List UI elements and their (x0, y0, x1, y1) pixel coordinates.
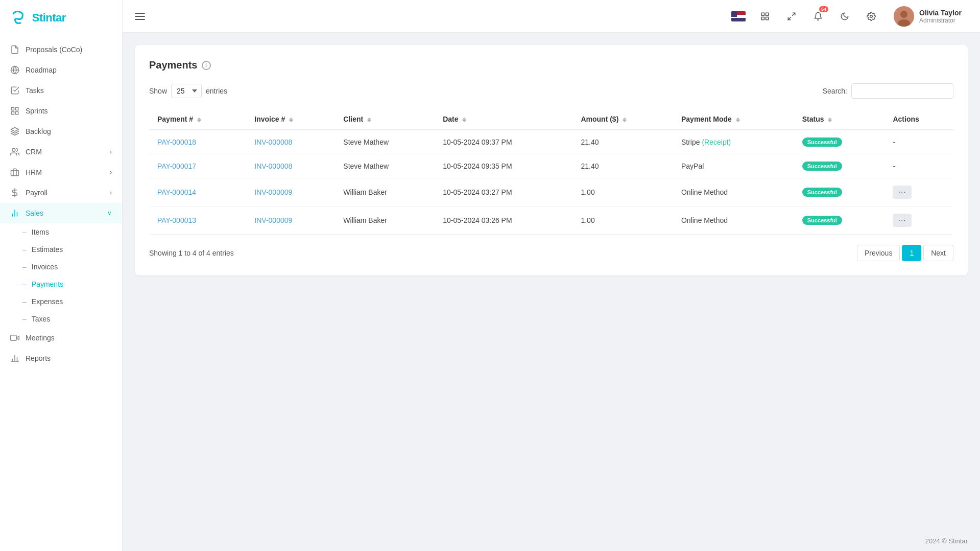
previous-button[interactable]: Previous (857, 245, 900, 261)
avatar (894, 6, 914, 27)
search-label: Search: (823, 87, 847, 95)
svg-line-24 (788, 17, 791, 19)
table-row: PAY-000018INV-000008Steve Mathew10-05-20… (149, 130, 953, 154)
payments-card: Payments i Show 25 10 50 100 entries Sea… (135, 45, 968, 276)
table-controls: Show 25 10 50 100 entries Search: (149, 83, 953, 99)
user-profile[interactable]: Olivia Taylor Administrator (888, 3, 968, 30)
sidebar-item-tasks-label: Tasks (26, 86, 44, 95)
sidebar-item-meetings-label: Meetings (26, 334, 55, 342)
invoice-num-link[interactable]: INV-000008 (254, 162, 292, 170)
sidebar-item-tasks[interactable]: Tasks (0, 80, 122, 101)
dark-mode-button[interactable] (836, 8, 853, 25)
sidebar-item-proposals[interactable]: Proposals (CoCo) (0, 39, 122, 60)
fullscreen-button[interactable] (783, 8, 800, 25)
sidebar-sub-items[interactable]: – Items (0, 223, 122, 241)
invoice-num-link[interactable]: INV-000008 (254, 138, 292, 146)
entries-label: entries (206, 87, 227, 95)
sidebar-item-payroll[interactable]: Payroll › (0, 182, 122, 203)
entries-select[interactable]: 25 10 50 100 (171, 84, 202, 98)
sidebar-item-sales[interactable]: Sales ∨ (0, 203, 122, 223)
cell-actions: ··· (885, 206, 953, 235)
col-amount[interactable]: Amount ($) (572, 109, 673, 130)
sidebar-sub-invoices[interactable]: – Invoices (0, 258, 122, 276)
apps-button[interactable] (757, 8, 773, 25)
payment-num-link[interactable]: PAY-000013 (157, 216, 196, 224)
sidebar-item-backlog-label: Backlog (26, 127, 51, 135)
sidebar-item-backlog[interactable]: Backlog (0, 121, 122, 142)
svg-rect-14 (11, 335, 16, 341)
flag-icon (731, 11, 746, 21)
sidebar-item-sprints[interactable]: Sprints (0, 101, 122, 121)
sidebar-item-reports[interactable]: Reports (0, 348, 122, 369)
cell-client: William Baker (335, 206, 435, 235)
table-row: PAY-000014INV-000009William Baker10-05-2… (149, 178, 953, 206)
payment-num-link[interactable]: PAY-000017 (157, 162, 196, 170)
col-payment-num[interactable]: Payment # (149, 109, 246, 130)
cell-status: Successful (794, 154, 885, 178)
logo: Stintar (0, 0, 122, 35)
header: 54 Olivia Taylor Adm (123, 0, 980, 33)
sidebar-sub-taxes-label: Taxes (32, 315, 51, 323)
col-actions: Actions (885, 109, 953, 130)
sort-date-icon (462, 118, 466, 122)
content: Payments i Show 25 10 50 100 entries Sea… (123, 33, 980, 531)
sort-mode-icon (736, 118, 740, 122)
profile-name: Olivia Taylor (919, 9, 962, 17)
main-container: 54 Olivia Taylor Adm (123, 0, 980, 551)
col-status[interactable]: Status (794, 109, 885, 130)
search-input[interactable] (851, 83, 953, 99)
sidebar-sub-payments[interactable]: – Payments (0, 276, 122, 293)
cell-status: Successful (794, 130, 885, 154)
sidebar-item-roadmap-label: Roadmap (26, 66, 57, 74)
sidebar-sub-invoices-label: Invoices (32, 263, 58, 271)
info-icon[interactable]: i (202, 61, 211, 70)
actions-button[interactable]: ··· (893, 186, 911, 199)
sidebar-item-hrm[interactable]: HRM › (0, 162, 122, 182)
cell-invoice-num: INV-000009 (246, 206, 335, 235)
sidebar-item-roadmap[interactable]: Roadmap (0, 60, 122, 80)
status-badge: Successful (802, 137, 842, 147)
language-selector[interactable] (730, 8, 747, 25)
menu-toggle-button[interactable] (135, 13, 145, 20)
col-payment-mode[interactable]: Payment Mode (673, 109, 794, 130)
svg-point-7 (12, 148, 15, 151)
sidebar-item-proposals-label: Proposals (CoCo) (26, 45, 82, 54)
receipt-link[interactable]: (Receipt) (702, 138, 731, 146)
svg-point-27 (900, 11, 907, 18)
sidebar-sub-estimates[interactable]: – Estimates (0, 241, 122, 258)
cell-payment-mode: Stripe (Receipt) (673, 130, 794, 154)
payment-num-link[interactable]: PAY-000014 (157, 188, 196, 196)
sidebar-item-crm[interactable]: CRM › (0, 142, 122, 162)
svg-rect-20 (766, 13, 769, 15)
logo-text: Stintar (10, 9, 66, 26)
actions-button[interactable]: ··· (893, 214, 911, 227)
col-date[interactable]: Date (435, 109, 572, 130)
cell-actions: - (885, 130, 953, 154)
col-invoice-num[interactable]: Invoice # (246, 109, 335, 130)
svg-line-23 (793, 13, 795, 15)
notifications-button[interactable]: 54 (810, 8, 826, 25)
cell-payment-num: PAY-000018 (149, 130, 246, 154)
sidebar-sub-expenses-label: Expenses (32, 297, 63, 306)
hrm-chevron-icon: › (110, 169, 112, 176)
payments-table: Payment # Invoice # Client Date (149, 109, 953, 235)
next-button[interactable]: Next (923, 245, 953, 261)
invoice-num-link[interactable]: INV-000009 (254, 188, 292, 196)
cell-amount: 21.40 (572, 154, 673, 178)
invoice-num-link[interactable]: INV-000009 (254, 216, 292, 224)
sidebar-sub-items-label: Items (32, 228, 49, 236)
payment-num-link[interactable]: PAY-000018 (157, 138, 196, 146)
svg-rect-19 (761, 13, 764, 15)
col-client[interactable]: Client (335, 109, 435, 130)
header-icons: 54 (730, 8, 879, 25)
settings-button[interactable] (863, 8, 879, 25)
sort-client-icon (367, 118, 371, 122)
cell-actions: - (885, 154, 953, 178)
profile-info: Olivia Taylor Administrator (919, 9, 962, 24)
sidebar-item-meetings[interactable]: Meetings (0, 328, 122, 348)
svg-rect-8 (11, 170, 19, 176)
sidebar-sub-taxes[interactable]: – Taxes (0, 310, 122, 328)
page-1-button[interactable]: 1 (902, 245, 921, 261)
sidebar-sub-expenses[interactable]: – Expenses (0, 293, 122, 310)
showing-text: Showing 1 to 4 of 4 entries (149, 249, 234, 257)
